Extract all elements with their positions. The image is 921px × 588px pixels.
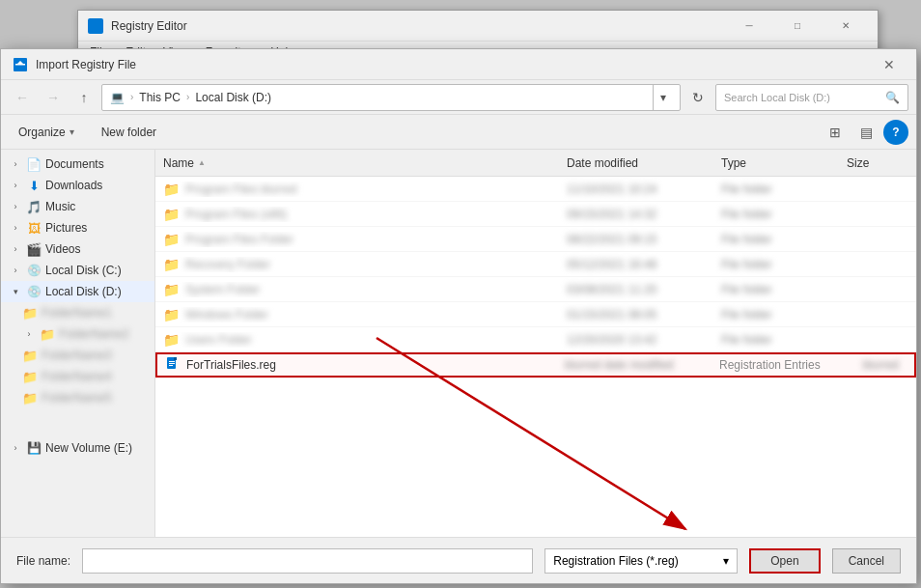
file-row-fortrials[interactable]: ForTrialsFiles.reg blurred date modified… — [155, 352, 916, 378]
registry-editor-close-button[interactable]: ✕ — [823, 12, 868, 41]
nav-item-local-d[interactable]: ▾ 💿 Local Disk (D:) — [1, 281, 154, 302]
nav-subitem-1[interactable]: 📁 FolderName1 — [1, 302, 154, 323]
registry-editor-minimize-button[interactable]: ─ — [727, 12, 771, 41]
address-dropdown-button[interactable]: ▾ — [653, 84, 672, 111]
file-row-6[interactable]: 📁Windows Folder 01/15/2021 08:05 File fo… — [155, 302, 916, 327]
dialog-title: Import Registry File — [36, 58, 874, 71]
documents-icon: 📄 — [26, 156, 42, 172]
nav-item-pictures[interactable]: › 🖼 Pictures — [1, 217, 154, 238]
toolbar-right: ⊞ ▤ ? — [822, 120, 908, 145]
organize-button[interactable]: Organize — [9, 120, 84, 145]
new-folder-button[interactable]: New folder — [92, 120, 166, 145]
reg-filetype: Registration Entries — [712, 358, 837, 372]
nav-label-documents: Documents — [45, 157, 104, 171]
filetype-value: Registration Files (*.reg) — [553, 554, 678, 568]
folder-icon-6: 📁 — [163, 307, 180, 322]
reg-file-icon — [165, 356, 181, 375]
filename-label: File name: — [16, 554, 70, 568]
view-details-button[interactable]: ▤ — [852, 120, 879, 145]
file-list-header: Name ▲ Date modified Type Size — [155, 150, 916, 177]
address-bar: ← → ↑ 💻 › This PC › Local Disk (D:) ▾ ↻ … — [1, 80, 916, 115]
path-part-localdisk: Local Disk (D:) — [195, 91, 271, 104]
nav-subitem-4[interactable]: 📁 FolderName4 — [1, 366, 154, 387]
nav-label-local-d: Local Disk (D:) — [45, 285, 122, 298]
help-button[interactable]: ? — [883, 120, 908, 145]
nav-subitem-3[interactable]: 📁 FolderName3 — [1, 345, 154, 366]
nav-label-music: Music — [45, 200, 75, 213]
path-part-thispc: This PC — [139, 91, 181, 104]
up-button[interactable]: ↑ — [70, 84, 98, 111]
filetype-dropdown[interactable]: Registration Files (*.reg) ▾ — [544, 548, 738, 574]
address-path[interactable]: 💻 › This PC › Local Disk (D:) ▾ — [101, 84, 681, 111]
subfolder-icon-2: 📁 — [40, 326, 55, 342]
file-row-7[interactable]: 📁Users Folder 12/20/2020 13:42 File fold… — [155, 327, 916, 352]
folder-icon-5: 📁 — [163, 282, 180, 297]
folder-icon-4: 📁 — [163, 257, 180, 272]
col-date[interactable]: Date modified — [559, 156, 713, 170]
nav-label-new-volume: New Volume (E:) — [45, 441, 132, 455]
dialog-close-button[interactable]: ✕ — [874, 51, 905, 78]
reg-filename: ForTrialsFiles.reg — [186, 358, 276, 372]
col-type[interactable]: Type — [713, 156, 839, 170]
registry-editor-window-controls: ─ □ ✕ — [727, 12, 868, 41]
file-area: Name ▲ Date modified Type Size 📁Program … — [155, 150, 916, 548]
folder-icon-1: 📁 — [163, 182, 180, 197]
import-registry-dialog: Import Registry File ✕ ← → ↑ 💻 › This PC… — [0, 48, 917, 584]
forward-button[interactable]: → — [40, 84, 67, 111]
nav-item-local-c[interactable]: › 💿 Local Disk (C:) — [1, 260, 154, 281]
folder-icon-7: 📁 — [163, 332, 180, 348]
filename-input[interactable] — [82, 548, 533, 574]
subfolder-icon-5: 📁 — [22, 390, 38, 406]
file-row-5[interactable]: 📁System Folder 03/08/2021 11:20 File fol… — [155, 277, 916, 302]
expand-icon-videos: › — [9, 242, 22, 256]
expand-icon-pictures: › — [9, 221, 22, 235]
subfolder-icon-4: 📁 — [22, 369, 38, 384]
registry-editor-maximize-button[interactable]: □ — [775, 12, 820, 41]
main-content: › 📄 Documents › ⬇ Downloads › 🎵 Music › … — [1, 150, 916, 548]
nav-sublabel-1: FolderName1 — [42, 306, 112, 320]
registry-editor-title: Registry Editor — [111, 19, 727, 33]
col-name[interactable]: Name ▲ — [155, 156, 559, 170]
refresh-button[interactable]: ↻ — [684, 84, 712, 111]
col-size[interactable]: Size — [839, 156, 916, 170]
dialog-titlebar: Import Registry File ✕ — [1, 49, 916, 80]
nav-item-videos[interactable]: › 🎬 Videos — [1, 238, 154, 260]
nav-sublabel-2: FolderName2 — [59, 327, 129, 341]
file-row-3[interactable]: 📁Program Files Folder 08/22/2021 09:15 F… — [155, 227, 916, 252]
toolbar: Organize New folder ⊞ ▤ ? — [1, 115, 916, 150]
path-icon: 💻 — [110, 91, 125, 104]
nav-subitem-2[interactable]: › 📁 FolderName2 — [1, 323, 154, 345]
videos-icon: 🎬 — [26, 241, 42, 257]
search-icon: 🔍 — [885, 91, 900, 104]
nav-label-downloads: Downloads — [45, 179, 102, 192]
nav-item-music[interactable]: › 🎵 Music — [1, 196, 154, 217]
open-button[interactable]: Open — [749, 548, 820, 574]
svg-rect-4 — [174, 357, 177, 360]
nav-sublabel-3: FolderName3 — [42, 349, 112, 362]
disk-c-icon: 💿 — [26, 263, 42, 278]
registry-editor-icon — [88, 18, 103, 34]
back-button[interactable]: ← — [9, 84, 36, 111]
expand-icon-c: › — [9, 264, 22, 277]
bottom-bar: File name: Registration Files (*.reg) ▾ … — [1, 537, 916, 583]
svg-rect-7 — [169, 365, 173, 366]
search-box[interactable]: Search Local Disk (D:) 🔍 — [715, 84, 908, 111]
filetype-dropdown-arrow: ▾ — [723, 554, 729, 568]
expand-icon-e: › — [9, 441, 22, 455]
sort-icon: ▲ — [198, 158, 206, 167]
file-row-4[interactable]: 📁Recovery Folder 05/12/2021 16:48 File f… — [155, 252, 916, 277]
nav-sublabel-4: FolderName4 — [42, 370, 112, 383]
expand-icon: › — [9, 157, 22, 171]
view-options-button[interactable]: ⊞ — [822, 120, 849, 145]
nav-item-new-volume[interactable]: › 💾 New Volume (E:) — [1, 437, 154, 459]
file-row-2[interactable]: 📁Program Files (x86) 09/15/2021 14:32 Fi… — [155, 202, 916, 227]
path-separator1: › — [130, 92, 133, 102]
search-placeholder: Search Local Disk (D:) — [724, 92, 830, 103]
nav-item-downloads[interactable]: › ⬇ Downloads — [1, 175, 154, 196]
nav-item-documents[interactable]: › 📄 Documents — [1, 154, 154, 175]
nav-subitem-5[interactable]: 📁 FolderName5 — [1, 387, 154, 408]
file-row-1[interactable]: 📁Program Files blurred 11/10/2021 10:24 … — [155, 177, 916, 202]
nav-label-local-c: Local Disk (C:) — [45, 264, 122, 277]
cancel-button[interactable]: Cancel — [832, 548, 901, 574]
subfolder-icon-1: 📁 — [22, 305, 38, 321]
